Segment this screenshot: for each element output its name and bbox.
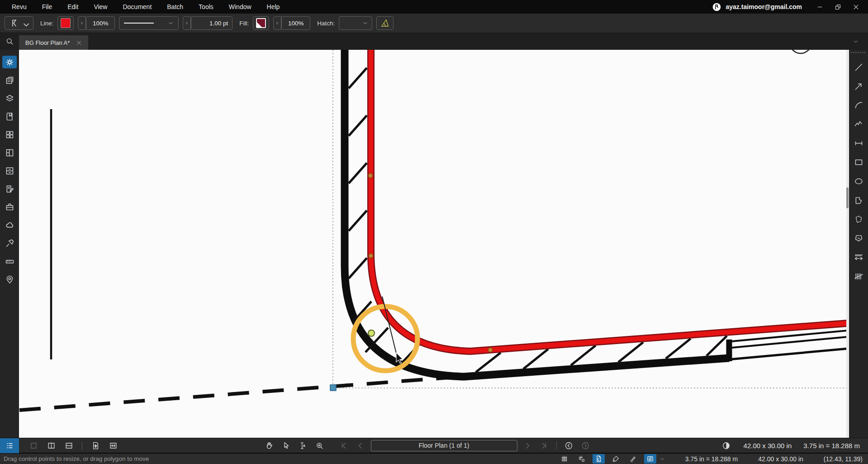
panel-places[interactable] <box>2 273 17 286</box>
nav-select-cursor[interactable] <box>279 440 293 452</box>
nav-nav-first[interactable] <box>337 440 351 452</box>
nav-zoom-plus[interactable] <box>313 440 326 452</box>
panel-markups[interactable] <box>2 182 17 195</box>
panel-properties[interactable] <box>2 56 17 68</box>
panel-grip[interactable]: ••••••• <box>851 51 866 54</box>
control-point[interactable] <box>369 254 373 258</box>
tool-arrow[interactable] <box>851 80 866 92</box>
fill-color-button[interactable] <box>253 16 269 30</box>
tool-polygon[interactable] <box>851 194 866 206</box>
panel-toolbox[interactable] <box>2 201 17 213</box>
line-opacity-field[interactable]: 100% <box>86 16 115 30</box>
tool-area-measure[interactable] <box>851 232 866 244</box>
menu-edit[interactable]: Edit <box>61 1 85 13</box>
measure-icon <box>5 257 14 266</box>
tool-line[interactable] <box>851 61 866 73</box>
status-snap-to-content[interactable] <box>627 454 639 464</box>
menu-window[interactable]: Window <box>223 1 258 13</box>
nav-fit-page[interactable] <box>89 440 102 452</box>
menu-batch[interactable]: Batch <box>161 1 190 13</box>
minimize-button[interactable] <box>813 2 826 12</box>
panel-bookmarks[interactable] <box>2 110 17 123</box>
view-next-icon <box>581 441 590 450</box>
tab-close-icon[interactable] <box>76 40 82 46</box>
clipped-circle-shape <box>790 50 811 53</box>
current-tool-dropdown[interactable] <box>5 16 33 30</box>
tab-list-chevron[interactable] <box>853 38 859 45</box>
restore-button[interactable] <box>831 2 844 12</box>
search-button[interactable] <box>0 33 19 50</box>
nav-list-menu[interactable] <box>0 438 19 453</box>
tool-diameter-measure[interactable] <box>851 251 866 263</box>
panel-thumbnails[interactable] <box>2 74 17 86</box>
status-snap-to-markup[interactable] <box>610 454 622 464</box>
page-navigation-field[interactable]: Floor Plan (1 of 1) <box>370 440 517 451</box>
vertical-scrollbar-thumb[interactable] <box>846 187 849 208</box>
tool-perimeter-measure[interactable] <box>851 213 866 225</box>
nav-nav-next[interactable] <box>520 440 534 452</box>
nav-view-prev[interactable] <box>562 440 575 452</box>
line-color-swatch <box>61 18 71 28</box>
menu-revu[interactable]: Revu <box>5 1 33 13</box>
line-style-dropdown[interactable] <box>119 16 179 30</box>
line-style-preview <box>124 23 154 24</box>
panel-tool-chest[interactable] <box>2 128 17 141</box>
line-width-spinner[interactable] <box>183 16 191 30</box>
status-snap-to-document[interactable] <box>593 454 605 464</box>
tool-slope-measure[interactable] <box>851 270 866 282</box>
panel-spaces[interactable] <box>2 146 17 159</box>
nav-split-horizontal[interactable] <box>62 440 76 452</box>
control-point[interactable] <box>488 348 493 352</box>
hatch-dropdown[interactable] <box>339 16 372 30</box>
perimeter-measure-icon <box>854 215 863 224</box>
nav-pan-hand[interactable] <box>262 440 276 452</box>
line-label: Line: <box>40 20 53 27</box>
fill-opacity-field[interactable]: 100% <box>281 16 310 30</box>
nav-fit-width[interactable] <box>106 440 120 452</box>
panel-file-access[interactable] <box>2 164 17 177</box>
nav-nav-last[interactable] <box>537 440 550 452</box>
reuse-chevron[interactable] <box>659 456 665 462</box>
vertical-scrollbar-track[interactable] <box>846 50 849 438</box>
active-control-point[interactable] <box>368 330 375 336</box>
tool-rectangle[interactable] <box>851 156 866 168</box>
left-panel-bar <box>0 50 19 438</box>
restore-icon <box>835 4 841 10</box>
line-width-field[interactable]: 1.00 pt <box>191 16 232 30</box>
resize-handle[interactable] <box>330 385 336 391</box>
panel-measure[interactable] <box>2 255 17 268</box>
tool-arc[interactable] <box>851 99 866 111</box>
status-snap-to-grid[interactable] <box>575 454 588 464</box>
close-button[interactable] <box>849 2 863 12</box>
tool-polyline[interactable] <box>851 118 866 130</box>
nav-view-next[interactable] <box>579 440 592 452</box>
calibrate-button[interactable] <box>376 16 394 30</box>
menu-view[interactable]: View <box>87 1 114 13</box>
panel-layers[interactable] <box>2 92 17 105</box>
nav-nav-prev[interactable] <box>354 440 367 452</box>
line-opacity-spinner[interactable] <box>78 16 86 30</box>
account-email[interactable]: ayaz.taimoor@gmail.com <box>726 3 802 10</box>
tool-length-measure[interactable] <box>851 137 866 149</box>
menu-file[interactable]: File <box>36 1 59 13</box>
status-reuse-markup[interactable] <box>644 454 656 464</box>
menu-tools[interactable]: Tools <box>192 1 220 13</box>
control-point[interactable] <box>368 173 373 178</box>
document-canvas[interactable] <box>19 50 849 438</box>
nav-split-vertical[interactable] <box>44 440 58 452</box>
fill-opacity-spinner[interactable] <box>273 16 281 30</box>
nav-text-select[interactable] <box>296 440 309 452</box>
menu-document[interactable]: Document <box>116 1 158 13</box>
status-grid[interactable] <box>558 454 570 464</box>
menu-help[interactable]: Help <box>261 1 286 13</box>
line-color-button[interactable] <box>57 16 74 30</box>
tool-ellipse[interactable] <box>851 175 866 187</box>
panel-studio[interactable] <box>2 219 17 231</box>
selected-polygon-markup[interactable] <box>371 50 848 351</box>
reuse-markup-icon <box>646 455 654 463</box>
panel-calibrate[interactable] <box>2 237 17 249</box>
contrast-toggle[interactable] <box>721 440 732 452</box>
polygon-icon <box>854 196 863 205</box>
nav-single-pane[interactable] <box>27 440 40 452</box>
document-tab[interactable]: BG Floor Plan A* <box>19 35 88 50</box>
